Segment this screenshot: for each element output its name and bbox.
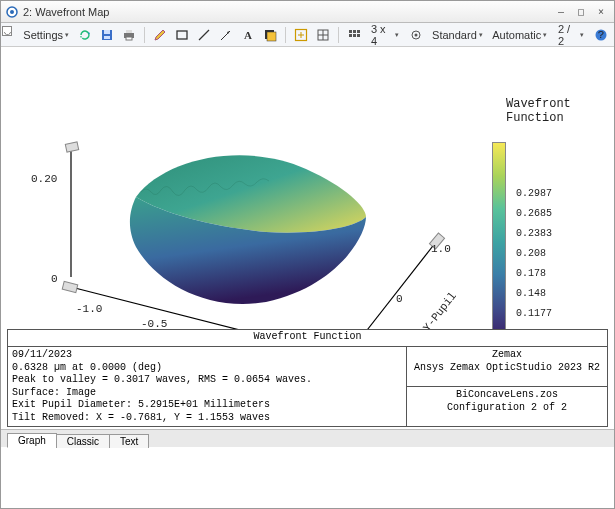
svg-text:-1.0: -1.0 [76,303,102,315]
info-panel: Wavefront Function 09/11/2023 0.6328 µm … [7,329,608,427]
automatic-dropdown[interactable]: Automatic▾ [490,26,550,44]
z-tick-1: 0 [51,273,58,285]
titlebar: 2: Wavefront Map – □ × [1,1,614,23]
maximize-button[interactable]: □ [576,7,586,17]
app-icon [5,5,19,19]
refresh-icon[interactable] [76,26,94,44]
window-controls: – □ × [556,7,610,17]
zoom-fit-icon[interactable] [292,26,310,44]
svg-rect-7 [126,37,132,40]
svg-text:1.0: 1.0 [431,243,451,255]
standard-dropdown[interactable]: Standard▾ [429,26,485,44]
page-indicator[interactable]: 2 / 2▾ [554,26,588,44]
line-icon[interactable] [195,26,213,44]
window-title: 2: Wavefront Map [23,6,556,18]
svg-rect-20 [349,34,352,37]
arrow-icon[interactable] [217,26,235,44]
print-icon[interactable] [120,26,138,44]
z-tick-0: 0.20 [31,173,57,185]
svg-rect-18 [353,30,356,33]
text-tool-icon[interactable]: A [239,26,257,44]
info-left: 09/11/2023 0.6328 µm at 0.0000 (deg) Pea… [8,347,407,426]
svg-rect-4 [104,36,110,39]
legend-title: Wavefront Function [506,97,596,125]
help-icon[interactable]: ? [592,26,610,44]
close-button[interactable]: × [596,7,606,17]
svg-rect-12 [267,32,276,41]
info-file: BiConcaveLens.zos Configuration 2 of 2 [407,387,607,426]
save-icon[interactable] [98,26,116,44]
svg-rect-22 [357,34,360,37]
svg-rect-30 [62,281,78,292]
tab-graph[interactable]: Graph [7,433,57,448]
svg-text:0: 0 [396,293,403,305]
grid-size-dropdown[interactable]: 3 x 4▾ [367,26,403,44]
legend: Wavefront Function 0.2987 0.2685 0.2383 … [506,97,596,133]
svg-point-1 [10,10,14,14]
bottom-tabs: Graph Classic Text [1,429,614,447]
expand-handle[interactable]: ◡ [2,26,12,36]
info-software: Zemax Ansys Zemax OpticStudio 2023 R2 [407,347,607,387]
grid-icon[interactable] [345,26,363,44]
target-icon[interactable] [407,26,425,44]
svg-rect-8 [177,31,187,39]
pencil-icon[interactable] [151,26,169,44]
svg-line-9 [199,30,209,40]
svg-rect-21 [353,34,356,37]
layout-icon[interactable] [314,26,332,44]
info-header: Wavefront Function [8,330,607,347]
palette-icon[interactable] [261,26,279,44]
minimize-button[interactable]: – [556,7,566,17]
colorbar [492,142,506,342]
tab-text[interactable]: Text [109,434,149,448]
settings-button[interactable]: Settings▾ [20,26,72,44]
plot-area[interactable]: 0.20 0 -1.0 -0.5 0 0.5 1.0 X-Pupil (Rel.… [1,47,614,447]
toolbar: ◡ Settings▾ A 3 x 4▾ Standard▾ Automatic… [1,23,614,47]
svg-rect-19 [357,30,360,33]
rect-icon[interactable] [173,26,191,44]
svg-rect-6 [126,30,132,33]
svg-rect-28 [65,142,78,152]
svg-rect-17 [349,30,352,33]
svg-rect-3 [104,30,110,34]
svg-point-24 [415,33,418,36]
tab-classic[interactable]: Classic [56,434,110,448]
svg-text:?: ? [598,29,605,41]
